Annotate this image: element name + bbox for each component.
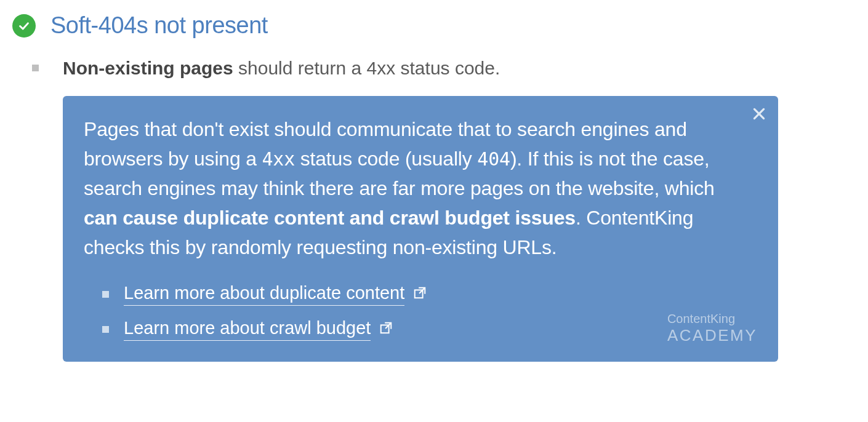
success-check-icon: [12, 14, 36, 38]
info-text-b: status code (usually: [295, 148, 477, 170]
bullet-icon: [102, 291, 109, 298]
info-callout: Pages that don't exist should communicat…: [63, 96, 778, 362]
info-code-404: 404: [477, 148, 510, 170]
description-rest: should return a 4xx status code.: [233, 58, 500, 78]
external-link-icon: [413, 286, 427, 302]
learn-more-crawl-budget-link[interactable]: Learn more about crawl budget: [124, 318, 371, 341]
link-row: Learn more about crawl budget: [102, 318, 757, 341]
info-paragraph: Pages that don't exist should communicat…: [84, 114, 749, 262]
learn-more-duplicate-content-link[interactable]: Learn more about duplicate content: [124, 283, 404, 306]
description-text: Non-existing pages should return a 4xx s…: [63, 56, 500, 81]
page-title: Soft-404s not present: [50, 12, 268, 39]
info-bold: can cause duplicate content and crawl bu…: [84, 207, 576, 229]
close-icon[interactable]: [751, 106, 767, 122]
info-links: Learn more about duplicate content Learn…: [84, 283, 757, 341]
link-row: Learn more about duplicate content: [102, 283, 757, 306]
bullet-icon: [102, 326, 109, 333]
bullet-icon: [32, 65, 39, 71]
description-row: Non-existing pages should return a 4xx s…: [12, 56, 856, 81]
header-row: Soft-404s not present: [12, 12, 856, 39]
brand-bottom: ACADEMY: [667, 326, 757, 345]
contentking-academy-brand: ContentKing ACADEMY: [667, 311, 757, 345]
info-code-4xx: 4xx: [262, 148, 295, 170]
description-bold: Non-existing pages: [63, 58, 233, 78]
external-link-icon: [379, 321, 393, 337]
brand-top: ContentKing: [667, 311, 757, 326]
